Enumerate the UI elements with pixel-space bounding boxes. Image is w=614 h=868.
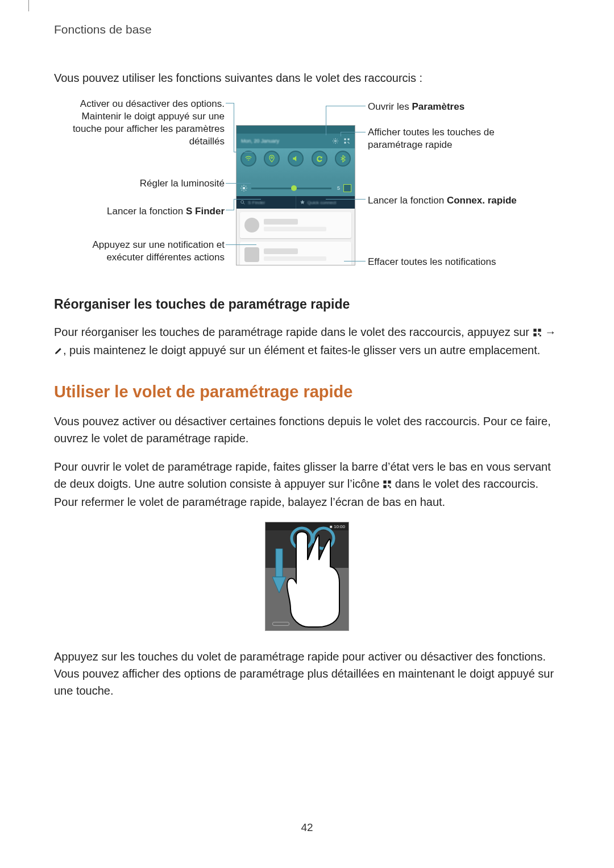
quickpanel-p2: Pour ouvrir le volet de paramétrage rapi… — [54, 458, 560, 510]
quickpanel-p1: Vous pouvez activer ou désactiver certai… — [54, 413, 560, 447]
svg-rect-17 — [388, 485, 389, 487]
svg-rect-15 — [388, 480, 391, 483]
callout-notification-tap: Appuyez sur une notification et exécuter… — [54, 239, 225, 264]
intro-text: Vous pouvez utiliser les fonctions suiva… — [54, 69, 560, 86]
svg-point-7 — [243, 187, 246, 190]
notification-item — [240, 242, 351, 265]
reorganize-paragraph: Pour réorganiser les touches de paramétr… — [54, 323, 560, 360]
gear-icon — [332, 138, 339, 144]
callout-brightness: Régler la luminosité — [54, 177, 225, 190]
svg-rect-10 — [538, 329, 541, 331]
bluetooth-icon — [335, 151, 351, 167]
quick-toggle-row — [237, 148, 355, 180]
status-bar — [237, 126, 355, 134]
page-number: 42 — [0, 821, 614, 834]
svg-rect-1 — [345, 139, 346, 140]
brightness-value: 5 — [337, 185, 340, 191]
svg-point-0 — [335, 140, 337, 142]
quickpanel-p3: Appuyez sur les touches du volet de para… — [54, 648, 560, 699]
svg-rect-5 — [349, 143, 350, 144]
breadcrumb: Fonctions de base — [54, 23, 560, 36]
svg-rect-2 — [348, 139, 350, 140]
figure-notification-panel: Mon, 20 January — [54, 98, 560, 274]
callout-sfinder: Lancer la fonction S Finder — [54, 205, 225, 218]
grid-icon — [343, 138, 350, 144]
figure-two-finger-swipe: ■ 10:00 — [265, 522, 349, 631]
callout-show-all-toggles: Afficher toutes les touches de paramétra… — [368, 126, 516, 151]
svg-rect-9 — [533, 329, 536, 331]
svg-rect-4 — [348, 142, 349, 143]
svg-rect-11 — [533, 333, 536, 336]
auto-brightness-check — [343, 184, 351, 192]
svg-rect-19 — [276, 549, 283, 577]
brightness-icon — [240, 184, 248, 192]
location-icon — [264, 151, 280, 167]
svg-rect-13 — [540, 335, 541, 337]
svg-rect-16 — [383, 485, 386, 488]
crop-mark — [28, 0, 29, 11]
svg-rect-18 — [389, 487, 391, 488]
heading-reorganize: Réorganiser les touches de paramétrage r… — [54, 297, 560, 312]
panel-header: Mon, 20 January — [237, 134, 355, 148]
svg-rect-12 — [538, 333, 540, 335]
manual-page: Fonctions de base Vous pouvez utiliser l… — [0, 0, 614, 868]
grid-icon — [533, 325, 542, 342]
grid-icon — [383, 476, 392, 493]
callout-clear-notifications: Effacer toutes les notifications — [368, 256, 496, 268]
rotate-icon — [312, 151, 327, 167]
callout-quick-connect: Lancer la fonction Connex. rapide — [368, 194, 517, 207]
svg-point-8 — [241, 201, 244, 203]
two-fingers-icon — [283, 526, 345, 628]
svg-rect-3 — [345, 142, 346, 144]
wifi-icon — [240, 151, 256, 167]
notification-item — [240, 212, 351, 238]
home-indicator — [272, 622, 289, 626]
svg-rect-14 — [383, 480, 386, 483]
pencil-icon — [54, 343, 63, 360]
sound-icon — [288, 151, 304, 167]
callout-open-settings: Ouvrir les Paramètres — [368, 101, 464, 113]
brightness-row: 5 — [237, 180, 355, 196]
heading-quick-panel: Utiliser le volet de paramétrage rapide — [54, 383, 560, 401]
svg-point-6 — [271, 157, 273, 159]
callout-activate-options: Activer ou désactiver des options. Maint… — [54, 98, 225, 148]
sfinder-quickconnect-row: S Finder Quick connect — [237, 196, 355, 209]
